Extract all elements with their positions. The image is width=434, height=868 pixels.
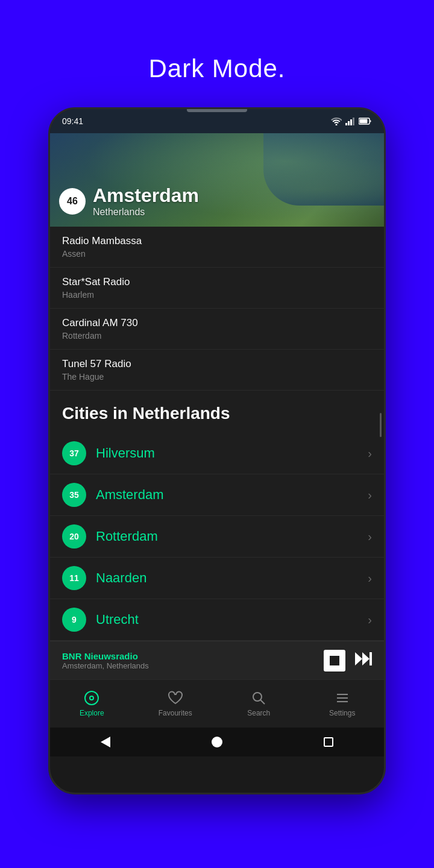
radio-city: Assen <box>62 249 372 259</box>
city-item-utrecht[interactable]: 9 Utrecht › <box>50 599 384 641</box>
header-map: 46 Amsterdam Netherlands <box>50 133 384 227</box>
settings-label: Settings <box>329 709 355 717</box>
svg-point-10 <box>85 691 98 705</box>
city-count-badge: 20 <box>62 524 86 549</box>
city-count-badge: 35 <box>62 483 86 507</box>
svg-rect-2 <box>350 119 352 125</box>
city-item-hilversum[interactable]: 37 Hilversum › <box>50 433 384 474</box>
status-icons <box>331 117 372 125</box>
radio-item-starsat[interactable]: Star*Sat Radio Haarlem <box>50 268 384 309</box>
chevron-right-icon: › <box>368 488 372 502</box>
radio-item-tunel[interactable]: Tunel 57 Radio The Hague <box>50 350 384 391</box>
heart-icon <box>168 690 183 706</box>
city-name: Rotterdam <box>96 529 368 544</box>
header-city: Amsterdam <box>93 184 199 207</box>
search-icon <box>251 690 266 706</box>
system-nav <box>50 728 384 756</box>
cities-section-title: Cities in Netherlands <box>50 391 384 433</box>
city-count-badge: 11 <box>62 566 86 590</box>
radio-city: The Hague <box>62 372 372 382</box>
city-name: Naarden <box>96 570 368 586</box>
settings-icon <box>335 690 350 706</box>
svg-line-13 <box>260 700 265 704</box>
stop-button[interactable] <box>324 650 345 671</box>
home-button[interactable] <box>212 737 222 747</box>
explore-icon <box>84 690 99 706</box>
now-playing-name: BNR Nieuwsradio <box>62 651 324 661</box>
radio-city: Haarlem <box>62 290 372 300</box>
now-playing-location: Amsterdam, Netherlands <box>62 661 324 670</box>
recents-button[interactable] <box>324 737 333 747</box>
radio-name: Star*Sat Radio <box>62 276 372 288</box>
now-playing-bar[interactable]: BNR Nieuwsradio Amsterdam, Netherlands <box>50 641 384 679</box>
svg-point-11 <box>90 696 93 700</box>
svg-rect-5 <box>360 119 368 124</box>
radio-name: Cardinal AM 730 <box>62 317 372 329</box>
explore-label: Explore <box>80 709 104 717</box>
svg-marker-7 <box>355 652 362 665</box>
svg-point-12 <box>253 693 262 701</box>
phone-frame: 09:41 <box>48 107 386 794</box>
status-bar: 09:41 <box>50 109 384 133</box>
city-badge: 46 <box>59 188 86 215</box>
svg-rect-1 <box>348 121 350 125</box>
city-name: Amsterdam <box>96 487 368 503</box>
skip-forward-icon[interactable] <box>355 652 372 669</box>
city-name: Hilversum <box>96 445 368 461</box>
radio-name: Tunel 57 Radio <box>62 358 372 370</box>
city-count-badge: 9 <box>62 608 86 632</box>
svg-rect-9 <box>370 652 372 665</box>
city-name: Utrecht <box>96 612 368 627</box>
svg-rect-3 <box>353 118 354 125</box>
city-item-rotterdam[interactable]: 20 Rotterdam › <box>50 516 384 558</box>
city-item-amsterdam[interactable]: 35 Amsterdam › <box>50 474 384 516</box>
chevron-right-icon: › <box>368 613 372 627</box>
nav-settings[interactable]: Settings <box>301 690 385 717</box>
back-button[interactable] <box>101 737 110 747</box>
radio-name: Radio Mambassa <box>62 235 372 247</box>
header-country: Netherlands <box>93 207 199 218</box>
nav-explore[interactable]: Explore <box>50 690 134 717</box>
bottom-nav: Explore Favourites Search <box>50 679 384 728</box>
radio-city: Rotterdam <box>62 331 372 341</box>
status-time: 09:41 <box>62 116 83 126</box>
favourites-label: Favourites <box>159 709 192 717</box>
radio-item-mambassa[interactable]: Radio Mambassa Assen <box>50 227 384 268</box>
nav-search[interactable]: Search <box>217 690 301 717</box>
svg-marker-8 <box>362 652 370 665</box>
svg-rect-6 <box>330 656 339 665</box>
nav-favourites[interactable]: Favourites <box>134 690 218 717</box>
city-item-naarden[interactable]: 11 Naarden › <box>50 558 384 599</box>
chevron-right-icon: › <box>368 447 372 461</box>
svg-rect-0 <box>345 123 347 125</box>
page-title: Dark Mode. <box>148 54 285 83</box>
chevron-right-icon: › <box>368 571 372 585</box>
search-label: Search <box>247 709 270 717</box>
radio-item-cardinal[interactable]: Cardinal AM 730 Rotterdam <box>50 309 384 350</box>
chevron-right-icon: › <box>368 530 372 544</box>
city-count-badge: 37 <box>62 441 86 465</box>
